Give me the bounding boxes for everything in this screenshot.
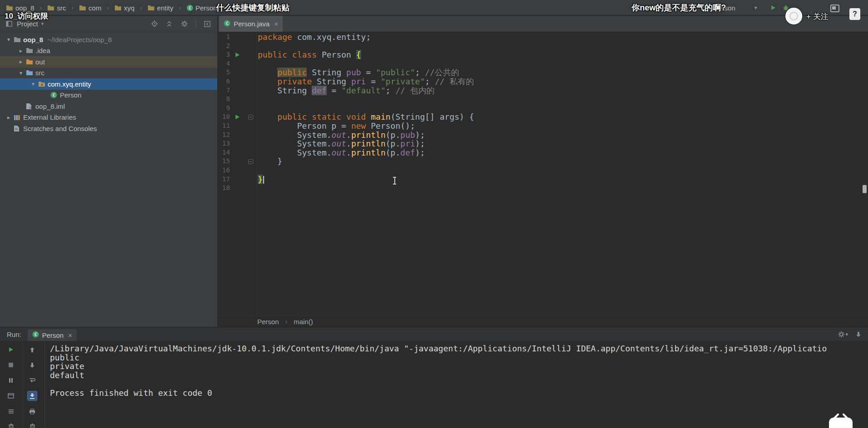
project-panel: Project ▾ ▾oop_8~/IdeaProjects/oop_8▸.id… <box>0 16 218 327</box>
breadcrumb-class[interactable]: Person <box>257 318 279 326</box>
console-line: default <box>50 371 868 380</box>
code-line[interactable]: 5 public String pub = "public"; //公共的 <box>218 68 862 77</box>
close-icon[interactable]: × <box>68 331 72 339</box>
tree-item-label: oop_8 <box>23 36 43 44</box>
code-text: Person p = new Person(); <box>256 122 415 131</box>
breadcrumb-item[interactable]: entity <box>146 3 175 13</box>
tree-expand-arrow-icon[interactable]: ▾ <box>16 70 26 76</box>
frame-icon[interactable] <box>6 391 15 400</box>
run-line-icon[interactable] <box>235 112 240 122</box>
pause-output-icon[interactable] <box>6 376 15 385</box>
settings-gear-icon[interactable] <box>180 19 189 29</box>
collapse-all-icon[interactable] <box>165 19 174 29</box>
editor-area: C Person.java × 1package com.xyq.entity;… <box>218 16 868 327</box>
line-number: 11 <box>218 122 230 131</box>
player-mode-icon[interactable] <box>830 5 839 12</box>
console-line: public <box>50 353 868 362</box>
folder-icon <box>114 5 122 11</box>
chevron-down-icon[interactable]: ▾ <box>41 21 44 27</box>
code-line[interactable]: 9 <box>218 104 862 113</box>
toolbar-divider <box>44 341 45 428</box>
run-button[interactable] <box>769 3 778 12</box>
tree-item[interactable]: CPerson <box>0 90 217 101</box>
run-line-icon[interactable] <box>235 50 240 59</box>
breadcrumb-item[interactable]: xyq <box>113 3 136 13</box>
tree-item[interactable]: ▸.idea <box>0 45 217 57</box>
print-icon[interactable] <box>28 407 37 416</box>
code-line[interactable]: 8 <box>218 95 862 104</box>
code-line[interactable]: 14 System.out.println(p.def); <box>218 148 862 157</box>
tree-item[interactable]: ▾com.xyq.entity <box>0 78 217 90</box>
softwrap-icon[interactable] <box>28 376 37 385</box>
breadcrumb-label: oop_8 <box>15 4 34 12</box>
tree-item[interactable]: ▾src <box>0 68 217 79</box>
fold-icon[interactable]: − <box>248 115 253 120</box>
arrow-down-icon[interactable] <box>28 360 37 370</box>
hide-panel-icon[interactable] <box>203 19 212 29</box>
tree-item[interactable]: ▸External Libraries <box>0 112 217 123</box>
breadcrumb-separator: › <box>40 4 42 11</box>
editor-scrollbar[interactable] <box>862 33 868 316</box>
fold-icon[interactable]: − <box>248 159 253 164</box>
tree-item-label: out <box>35 58 45 66</box>
settings-gear-icon[interactable]: ▾ <box>838 329 848 339</box>
tree-expand-arrow-icon[interactable]: ▸ <box>16 58 26 65</box>
scrollbar-thumb[interactable] <box>863 185 867 193</box>
clear-icon[interactable] <box>28 422 37 428</box>
trash-icon[interactable] <box>6 422 15 428</box>
console-toolbar <box>26 345 38 428</box>
code-line[interactable]: 4 <box>218 59 862 68</box>
code-line[interactable]: 11 Person p = new Person(); <box>218 122 862 131</box>
tree-item[interactable]: ▾oop_8~/IdeaProjects/oop_8 <box>0 34 217 45</box>
tree-expand-arrow-icon[interactable]: ▸ <box>4 114 14 121</box>
settings-list-icon[interactable] <box>6 407 15 416</box>
help-button[interactable]: ? <box>849 8 860 20</box>
breadcrumb-method[interactable]: main() <box>294 318 313 326</box>
line-number: 5 <box>218 68 230 77</box>
code-line[interactable]: 15− } <box>218 157 862 166</box>
tree-expand-arrow-icon[interactable]: ▸ <box>16 48 26 54</box>
code-line[interactable]: 6 private String pri = "private"; // 私有的 <box>218 77 862 86</box>
breadcrumb-label: Person <box>196 4 217 12</box>
code-line[interactable]: 7 String def = "default"; // 包内的 <box>218 86 862 95</box>
close-icon[interactable]: × <box>274 20 278 28</box>
code-line[interactable]: 17} <box>218 175 862 184</box>
code-line[interactable]: 18 <box>218 184 862 193</box>
breadcrumb-item[interactable]: src <box>46 3 67 13</box>
hide-panel-icon[interactable] <box>853 329 863 339</box>
breadcrumb-item[interactable]: com <box>78 3 103 13</box>
tree-item[interactable]: oop_8.iml <box>0 101 217 112</box>
line-number: 15 <box>218 157 230 166</box>
editor-tab-person-java[interactable]: C Person.java × <box>219 16 283 32</box>
rerun-icon[interactable] <box>6 345 15 354</box>
tree-item[interactable]: ▸out <box>0 56 217 68</box>
code-line[interactable]: 16 <box>218 166 862 175</box>
folder-icon <box>14 37 23 43</box>
locate-icon[interactable] <box>150 19 159 29</box>
code-line[interactable]: 3public class Person { <box>218 50 862 59</box>
code-line[interactable]: 10− public static void main(String[] arg… <box>218 112 862 122</box>
tree-item-label: Scratches and Consoles <box>23 125 97 132</box>
breadcrumb-item[interactable]: C Person <box>185 3 219 13</box>
mouse-ibeam-cursor <box>392 177 397 185</box>
code-line[interactable]: 1package com.xyq.entity; <box>218 33 862 42</box>
tree-expand-arrow-icon[interactable]: ▾ <box>4 36 14 43</box>
console-line <box>50 379 868 389</box>
run-tab-person[interactable]: C Person × <box>28 329 77 341</box>
console-line: Process finished with exit code 0 <box>50 389 868 398</box>
uploader-avatar[interactable] <box>785 8 802 24</box>
follow-button[interactable]: + 关注 <box>806 11 829 22</box>
code-line[interactable]: 13 System.out.println(p.pri); <box>218 139 862 148</box>
code-line[interactable]: 2 <box>218 42 862 51</box>
console-output[interactable]: /Library/Java/JavaVirtualMachines/jdk-10… <box>50 344 868 428</box>
tree-expand-arrow-icon[interactable]: ▾ <box>28 81 38 87</box>
code-line[interactable]: 12 System.out.println(p.pub); <box>218 131 862 140</box>
line-number: 12 <box>218 131 230 140</box>
stop-icon[interactable] <box>6 360 15 370</box>
code-text: public static void main(String[] args) { <box>256 112 474 122</box>
scroll-end-icon[interactable] <box>28 391 37 400</box>
tree-item[interactable]: Scratches and Consoles <box>0 123 217 134</box>
code-editor[interactable]: 1package com.xyq.entity;23public class P… <box>218 33 862 316</box>
arrow-up-icon[interactable] <box>28 345 37 354</box>
breadcrumb-label: entity <box>157 4 173 12</box>
